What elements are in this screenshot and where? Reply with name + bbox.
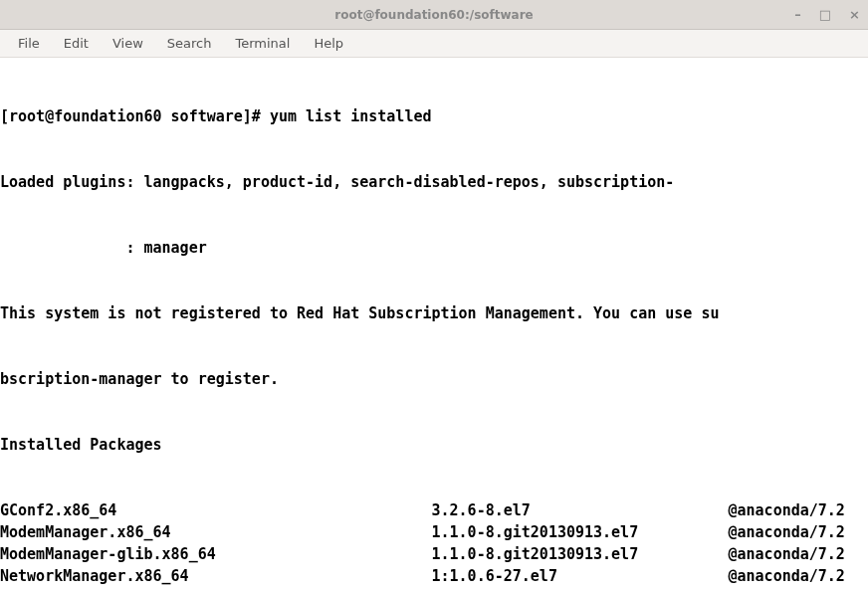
package-row: ModemManager-glib.x86_64 1.1.0-8.git2013… [0, 543, 868, 565]
output-line: Loaded plugins: langpacks, product-id, s… [0, 171, 868, 193]
shell-prompt: [root@foundation60 software]# [0, 107, 270, 125]
maximize-icon[interactable]: □ [819, 7, 831, 22]
menu-view[interactable]: View [103, 32, 153, 55]
menubar: File Edit View Search Terminal Help [0, 30, 868, 58]
package-row: GConf2.x86_64 3.2.6-8.el7 @anaconda/7.2 [0, 499, 868, 521]
window-titlebar: root@foundation60:/software – □ × [0, 0, 868, 30]
output-line: : manager [0, 237, 868, 259]
menu-terminal[interactable]: Terminal [225, 32, 300, 55]
menu-edit[interactable]: Edit [54, 32, 99, 55]
terminal-output[interactable]: [root@foundation60 software]# yum list i… [0, 58, 868, 591]
output-line: This system is not registered to Red Hat… [0, 302, 868, 324]
package-row: ModemManager.x86_64 1.1.0-8.git20130913.… [0, 521, 868, 543]
menu-search[interactable]: Search [157, 32, 222, 55]
menu-help[interactable]: Help [304, 32, 353, 55]
prompt-line: [root@foundation60 software]# yum list i… [0, 105, 868, 127]
menu-file[interactable]: File [8, 32, 50, 55]
package-list: GConf2.x86_64 3.2.6-8.el7 @anaconda/7.2M… [0, 499, 868, 591]
package-row: NetworkManager.x86_64 1:1.0.6-27.el7 @an… [0, 565, 868, 587]
window-title: root@foundation60:/software [334, 8, 533, 22]
output-line: bscription-manager to register. [0, 368, 868, 390]
package-row: NetworkManager-adsl.x86_64 1:1.0.6-27.el… [0, 587, 868, 591]
window-controls: – □ × [794, 7, 860, 22]
minimize-icon[interactable]: – [794, 7, 801, 22]
command-text: yum list installed [270, 107, 432, 125]
close-icon[interactable]: × [849, 7, 860, 22]
output-line: Installed Packages [0, 434, 868, 456]
